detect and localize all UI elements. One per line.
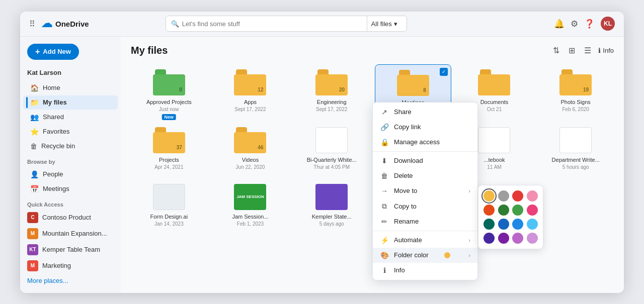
avatar[interactable]: KL xyxy=(601,17,615,31)
grid-view-button[interactable]: ⊞ xyxy=(567,44,577,57)
app-title: OneDrive xyxy=(55,20,89,28)
color-light-blue[interactable] xyxy=(527,219,538,230)
menu-item-info[interactable]: ℹ Info xyxy=(373,263,477,278)
more-places-link[interactable]: More places... xyxy=(20,274,121,287)
file-item-photo-signs[interactable]: 19 Photo Signs Feb 6, 2020 xyxy=(537,64,614,117)
color-red[interactable] xyxy=(512,190,523,201)
color-lilac[interactable] xyxy=(527,233,538,244)
mountain-label: Mountain Expansion... xyxy=(42,230,107,237)
file-name: Jam Session... xyxy=(232,213,268,220)
file-item-jam-session[interactable]: JAM SESSION Jam Session... Feb 1, 2023 xyxy=(212,179,289,231)
share-icon: ↗ xyxy=(380,108,389,116)
color-light-pink[interactable] xyxy=(527,205,538,216)
sidebar-item-favorites[interactable]: ⭐ Favorites xyxy=(23,125,118,139)
color-purple[interactable] xyxy=(498,233,509,244)
file-item-projects[interactable]: 37 Projects Apr 24, 2021 xyxy=(131,122,207,174)
color-dark-green[interactable] xyxy=(498,205,509,216)
menu-item-share[interactable]: ↗ Share xyxy=(373,105,477,120)
add-new-label: Add New xyxy=(43,48,71,55)
menu-item-download[interactable]: ⬇ Download xyxy=(373,153,477,168)
all-files-button[interactable]: All files ▾ xyxy=(367,16,401,31)
file-name: Documents xyxy=(480,98,509,106)
sidebar-item-my-files[interactable]: 📁 My files xyxy=(23,95,118,110)
color-dark-blue[interactable] xyxy=(498,219,509,230)
onedrive-logo: ☁ OneDrive xyxy=(41,17,89,30)
file-item-apps[interactable]: 12 Apps Sept 17, 2022 xyxy=(212,64,289,117)
file-item-engineering[interactable]: 20 Engineering Sept 17, 2022 xyxy=(293,64,370,117)
add-new-button[interactable]: + Add New xyxy=(27,44,79,60)
color-purple-dark[interactable] xyxy=(484,233,495,244)
file-item-form-design[interactable]: Form Design.ai Jan 14, 2023 xyxy=(131,179,207,231)
sort-button[interactable]: ⇅ xyxy=(551,44,561,57)
file-date: Thur at 4:05 PM xyxy=(313,164,350,170)
trash-icon: 🗑 xyxy=(380,172,389,180)
color-yellow[interactable] xyxy=(484,190,495,201)
menu-item-folder-color[interactable]: 🎨 Folder color › xyxy=(373,248,477,263)
color-gray[interactable] xyxy=(498,190,509,201)
color-pink[interactable] xyxy=(527,190,538,201)
sidebar-item-kemper[interactable]: KT Kemper Table Team xyxy=(20,242,121,258)
sidebar-item-mountain[interactable]: M Mountain Expansion... xyxy=(20,226,121,242)
sidebar: + Add New Kat Larson 🏠 Home 📁 My files 👥… xyxy=(20,37,121,293)
list-view-button[interactable]: ☰ xyxy=(582,44,593,57)
color-teal[interactable] xyxy=(484,219,495,230)
menu-label-delete: Delete xyxy=(394,172,413,179)
content-area: My files ⇅ ⊞ ☰ ℹ Info 0 xyxy=(121,37,624,293)
sidebar-item-shared[interactable]: 👥 Shared xyxy=(23,110,118,124)
trash-icon: 🗑 xyxy=(30,142,37,150)
menu-item-rename[interactable]: ✏ Rename xyxy=(373,214,477,229)
file-thumbnail xyxy=(315,184,348,210)
lock-icon: 🔒 xyxy=(380,138,389,146)
sidebar-item-home[interactable]: 🏠 Home xyxy=(23,81,118,95)
color-mauve[interactable] xyxy=(512,233,523,244)
info-button[interactable]: ℹ Info xyxy=(598,47,614,54)
file-item-approved-projects[interactable]: 0 Approved Projects Just now New xyxy=(131,64,207,117)
file-thumbnail xyxy=(315,127,348,153)
menu-item-move-to[interactable]: → Move to › xyxy=(373,183,477,198)
file-date: Jan 14, 2023 xyxy=(154,221,184,227)
file-name: ...tebook xyxy=(484,156,505,163)
menu-label-rename: Rename xyxy=(394,218,419,225)
settings-icon[interactable]: ⚙ xyxy=(571,19,578,29)
menu-divider-2 xyxy=(373,231,477,231)
people-icon: 👤 xyxy=(30,170,39,178)
sidebar-item-meetings[interactable]: 📅 Meetings xyxy=(23,182,118,196)
color-orange[interactable] xyxy=(484,205,495,216)
file-date: Apr 24, 2021 xyxy=(154,164,183,170)
help-icon[interactable]: ❓ xyxy=(584,19,595,29)
sidebar-label-my-files: My files xyxy=(43,98,67,106)
content-header: My files ⇅ ⊞ ☰ ℹ Info xyxy=(131,44,614,57)
file-item-department[interactable]: Department Write... 5 hours ago xyxy=(537,122,614,174)
file-name: Department Write... xyxy=(552,156,600,163)
menu-label-info: Info xyxy=(394,266,405,274)
sidebar-item-recycle-bin[interactable]: 🗑 Recycle bin xyxy=(23,139,118,153)
sidebar-label-meetings: Meetings xyxy=(43,185,69,192)
color-green[interactable] xyxy=(512,205,523,216)
file-item-videos[interactable]: 46 Videos Jun 22, 2020 xyxy=(212,122,289,174)
sidebar-item-marketing[interactable]: M Marketing xyxy=(20,258,121,274)
search-icon: 🔍 xyxy=(171,20,179,28)
bell-icon[interactable]: 🔔 xyxy=(554,19,565,29)
menu-item-copy-link[interactable]: 🔗 Copy link xyxy=(373,120,477,135)
sidebar-item-people[interactable]: 👤 People xyxy=(23,167,118,181)
search-bar[interactable]: 🔍 All files ▾ xyxy=(166,16,407,32)
folder-engineering-icon: 20 xyxy=(315,69,348,95)
file-item-bi-quarterly[interactable]: Bi-Quarterly White... Thur at 4:05 PM xyxy=(293,122,370,174)
top-bar: ⠿ ☁ OneDrive 🔍 All files ▾ 🔔 ⚙ ❓ KL xyxy=(20,12,624,37)
home-icon: 🏠 xyxy=(30,84,39,92)
menu-item-copy-to[interactable]: ⧉ Copy to xyxy=(373,198,477,214)
menu-label-manage-access: Manage access xyxy=(394,138,440,146)
page-title: My files xyxy=(131,45,168,56)
file-item-kempler-state[interactable]: Kempler State... 5 days ago xyxy=(293,179,370,231)
top-right-icons: 🔔 ⚙ ❓ KL xyxy=(554,17,615,31)
arrow-icon: › xyxy=(468,237,470,243)
grid-icon[interactable]: ⠿ xyxy=(29,19,35,29)
sidebar-item-contoso[interactable]: C Contoso Product xyxy=(20,210,121,226)
menu-item-automate[interactable]: ⚡ Automate › xyxy=(373,233,477,248)
menu-item-delete[interactable]: 🗑 Delete xyxy=(373,168,477,183)
color-blue[interactable] xyxy=(512,219,523,230)
search-input[interactable] xyxy=(182,20,364,28)
folder-videos-icon: 46 xyxy=(234,127,266,153)
sidebar-label-recycle-bin: Recycle bin xyxy=(41,142,75,150)
menu-item-manage-access[interactable]: 🔒 Manage access xyxy=(373,135,477,150)
